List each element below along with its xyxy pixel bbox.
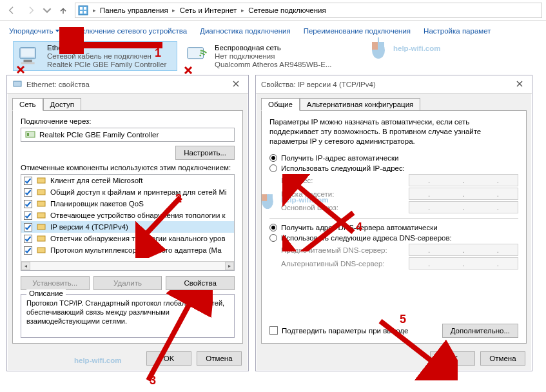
component-item[interactable]: Клиент для сетей Microsoft bbox=[21, 175, 234, 186]
diagnose-button[interactable]: Диагностика подключения bbox=[200, 27, 291, 35]
recent-dropdown[interactable] bbox=[43, 3, 52, 18]
button-label: Установить... bbox=[32, 279, 77, 287]
up-button[interactable] bbox=[55, 3, 71, 18]
component-label: IP версии 4 (TCP/IPv4) bbox=[50, 223, 128, 231]
disable-device-button[interactable]: Отключение сетевого устройства bbox=[72, 27, 187, 35]
connection-title: Беспроводная сеть bbox=[215, 44, 332, 52]
svg-rect-4 bbox=[80, 11, 83, 14]
close-button[interactable] bbox=[225, 77, 247, 91]
advanced-button[interactable]: Дополнительно... bbox=[442, 324, 518, 338]
connection-status: Нет подключения bbox=[215, 52, 332, 61]
component-label: Отвечающее устройство обнаружения тополо… bbox=[50, 211, 226, 219]
remove-button[interactable]: Удалить bbox=[93, 276, 162, 290]
tab-general[interactable]: Общие bbox=[261, 98, 300, 111]
checkbox-icon bbox=[24, 235, 32, 243]
protocol-icon bbox=[36, 233, 46, 244]
cancel-button[interactable]: Отмена bbox=[480, 351, 525, 366]
toolbar-label: Переименование подключения bbox=[304, 27, 411, 35]
tab-label: Общие bbox=[268, 101, 293, 108]
ok-button[interactable]: OK bbox=[146, 351, 191, 366]
breadcrumb-label: Панель управления bbox=[100, 6, 168, 14]
scrollbar-horizontal[interactable]: ◂▸ bbox=[21, 261, 234, 270]
dialog-title: Свойства: IP версии 4 (TCP/IPv4) bbox=[256, 75, 532, 93]
radio-ip-auto[interactable]: Получить IP-адрес автоматически bbox=[269, 153, 518, 163]
connection-ethernet[interactable]: Ethernet Сетевой кабель не подключен Rea… bbox=[13, 41, 177, 71]
protocol-icon bbox=[36, 210, 46, 220]
component-item[interactable]: Общий доступ к файлам и принтерам для се… bbox=[21, 186, 234, 198]
radio-icon bbox=[269, 154, 277, 162]
breadcrumb-label: Сетевые подключения bbox=[248, 6, 326, 14]
ip-input: ... bbox=[409, 257, 518, 270]
button-label: Удалить bbox=[113, 279, 142, 287]
tab-alternate[interactable]: Альтернативная конфигурация bbox=[300, 98, 421, 111]
ip-input: ... bbox=[409, 201, 518, 213]
radio-dns-auto[interactable]: Получить адрес DNS-сервера автоматически bbox=[269, 222, 518, 233]
radio-label: Использовать следующий IP-адрес: bbox=[281, 164, 405, 172]
svg-rect-9 bbox=[21, 63, 35, 64]
svg-point-13 bbox=[199, 55, 201, 57]
connection-device: Realtek PCIe GBE Family Controller bbox=[47, 61, 166, 69]
radio-dns-manual[interactable]: Использовать следующие адреса DNS-сервер… bbox=[269, 233, 518, 243]
checkbox-icon bbox=[24, 200, 32, 208]
breadcrumb[interactable]: ▸ Панель управления ▸ Сеть и Интернет ▸ … bbox=[75, 3, 542, 18]
svg-rect-8 bbox=[24, 60, 32, 63]
component-item[interactable]: Ответчик обнаружения топологии канальног… bbox=[21, 233, 234, 244]
confirm-on-exit-checkbox[interactable]: Подтвердить параметры при выходе bbox=[269, 326, 408, 336]
disconnected-icon bbox=[184, 66, 193, 75]
settings-button[interactable]: Настройка парамет bbox=[424, 27, 491, 35]
adapter-name: Realtek PCIe GBE Family Controller bbox=[39, 131, 159, 139]
toolbar-label: Настройка парамет bbox=[424, 27, 491, 35]
field-ip-address: IP-адрес:... bbox=[269, 173, 518, 187]
ok-button[interactable]: OK bbox=[430, 351, 475, 366]
cancel-button[interactable]: Отмена bbox=[197, 351, 242, 366]
configure-button[interactable]: Настроить... bbox=[175, 146, 235, 160]
forward-button[interactable] bbox=[23, 3, 39, 18]
connection-wifi[interactable]: Беспроводная сеть Нет подключения Qualco… bbox=[181, 41, 346, 71]
svg-rect-16 bbox=[14, 81, 21, 86]
install-button[interactable]: Установить... bbox=[21, 276, 90, 290]
component-item[interactable]: IP версии 4 (TCP/IPv4) bbox=[21, 221, 234, 233]
radio-ip-manual[interactable]: Использовать следующий IP-адрес: bbox=[269, 163, 518, 173]
svg-rect-5 bbox=[84, 11, 86, 14]
radio-icon bbox=[269, 224, 277, 231]
field-label: Предпочитаемый DNS-сервер: bbox=[281, 246, 387, 254]
button-label: Отмена bbox=[489, 355, 516, 362]
toolbar: Упорядочить Отключение сетевого устройст… bbox=[0, 21, 546, 41]
svg-rect-20 bbox=[27, 133, 29, 136]
back-button[interactable] bbox=[4, 3, 19, 18]
component-item[interactable]: Отвечающее устройство обнаружения тополо… bbox=[21, 210, 234, 221]
toolbar-label: Отключение сетевого устройства bbox=[72, 27, 187, 35]
dialog-title-text: Ethernet: свойства bbox=[26, 81, 90, 88]
svg-rect-34 bbox=[37, 248, 45, 253]
dialog-title-text: Свойства: IP версии 4 (TCP/IPv4) bbox=[261, 81, 376, 88]
components-list[interactable]: Клиент для сетей MicrosoftОбщий доступ к… bbox=[21, 174, 235, 271]
field-dns-preferred: Предпочитаемый DNS-сервер:... bbox=[269, 243, 518, 257]
breadcrumb-item[interactable]: Сеть и Интернет bbox=[180, 6, 237, 14]
checkbox-label: Подтвердить параметры при выходе bbox=[282, 327, 408, 335]
svg-rect-28 bbox=[37, 213, 45, 218]
nic-icon bbox=[25, 130, 35, 140]
tab-access[interactable]: Доступ bbox=[43, 98, 81, 111]
radio-icon bbox=[269, 164, 277, 172]
tab-network[interactable]: Сеть bbox=[12, 98, 43, 111]
organize-menu[interactable]: Упорядочить bbox=[9, 27, 59, 35]
close-button[interactable] bbox=[509, 77, 531, 91]
properties-button[interactable]: Свойства bbox=[166, 276, 235, 290]
component-item[interactable]: Планировщик пакетов QoS bbox=[21, 198, 234, 210]
svg-rect-37 bbox=[270, 326, 278, 334]
scroll-right-button[interactable]: ▸ bbox=[225, 262, 234, 270]
field-label: Основной шлюз: bbox=[281, 204, 338, 211]
breadcrumb-item[interactable]: Панель управления bbox=[100, 6, 168, 14]
breadcrumb-item[interactable]: Сетевые подключения bbox=[248, 6, 326, 14]
rename-button[interactable]: Переименование подключения bbox=[304, 27, 411, 35]
protocol-icon bbox=[36, 222, 46, 232]
protocol-icon bbox=[36, 245, 46, 255]
field-label: Маска подсети: bbox=[281, 190, 334, 198]
button-label: OK bbox=[447, 355, 458, 362]
description-group: Протокол TCP/IP. Стандартный протокол гл… bbox=[21, 294, 235, 338]
tab-label: Доступ bbox=[50, 101, 74, 108]
component-item[interactable]: Протокол мультиплексора сетевого адаптер… bbox=[21, 244, 234, 256]
button-label: Отмена bbox=[206, 355, 232, 362]
ip-input: ... bbox=[409, 244, 518, 256]
scroll-left-button[interactable]: ◂ bbox=[21, 262, 30, 270]
